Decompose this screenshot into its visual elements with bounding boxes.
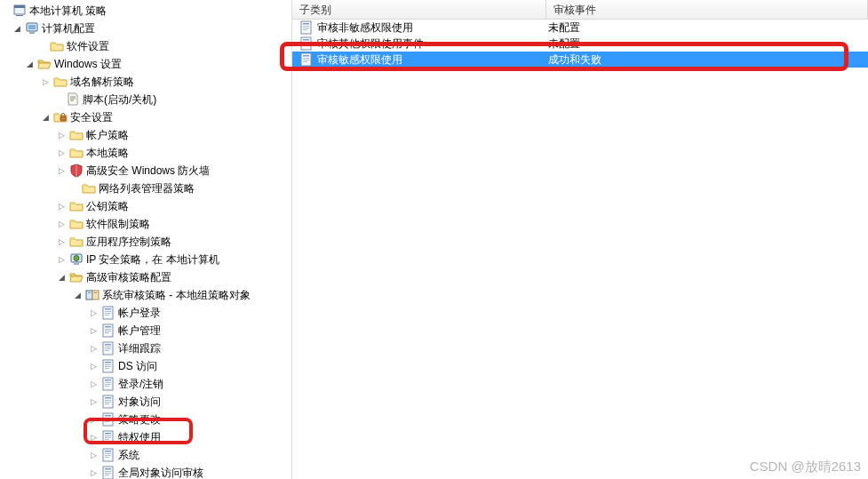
expander-icon[interactable] (89, 397, 99, 407)
expander-icon[interactable] (89, 433, 99, 443)
folder-open-icon (37, 57, 52, 71)
list-cell-event: 成功和失败 (546, 52, 868, 68)
tree-label: DS 访问 (118, 357, 157, 375)
tree-label: 系统审核策略 - 本地组策略对象 (102, 286, 251, 304)
expander-icon[interactable] (89, 415, 99, 425)
expander-icon[interactable] (89, 344, 99, 354)
expander-icon[interactable] (57, 273, 67, 283)
expander-icon[interactable] (73, 291, 83, 300)
expander-icon[interactable] (57, 166, 67, 176)
tree-system[interactable]: 系统 (0, 446, 291, 464)
tree-label: 系统 (118, 446, 139, 464)
tree-label: 网络列表管理器策略 (99, 180, 195, 197)
expander-icon[interactable] (89, 308, 99, 318)
tree-app-control[interactable]: 应用程序控制策略 (0, 233, 291, 251)
tree-local-policy[interactable]: 本地策略 (0, 144, 291, 162)
column-header-subcategory[interactable]: 子类别 (292, 0, 546, 19)
tree-label: 登录/注销 (118, 375, 163, 393)
tree-label: 对象访问 (118, 393, 161, 411)
tree-account-mgmt[interactable]: 帐户管理 (0, 322, 291, 339)
list-cell-name: 审核非敏感权限使用 (317, 20, 413, 36)
tree-label: 帐户管理 (118, 322, 161, 339)
tree-label: 详细跟踪 (118, 339, 161, 357)
tree-label: 特权使用 (118, 428, 161, 446)
expander-icon[interactable] (89, 326, 99, 336)
expander-icon[interactable] (57, 148, 67, 158)
tree-account-logon[interactable]: 帐户登录 (0, 304, 291, 322)
tree-sys-audit[interactable]: 系统审核策略 - 本地组策略对象 (0, 286, 291, 304)
list-cell-name: 审核其他权限使用事件 (317, 36, 424, 52)
tree-label: 高级安全 Windows 防火墙 (86, 162, 210, 180)
policy-item-icon (299, 52, 314, 67)
expander-icon[interactable] (12, 24, 22, 34)
expander-icon[interactable] (89, 362, 99, 371)
tree-logon-logoff[interactable]: 登录/注销 (0, 375, 291, 393)
folder-open-icon (69, 270, 84, 284)
tree-panel[interactable]: 本地计算机 策略 计算机配置 软件设置 Windows 设置 域名解析策略 脚本… (0, 0, 292, 479)
expander-icon[interactable] (57, 220, 67, 229)
list-row[interactable]: 审核其他权限使用事件 未配置 (292, 36, 868, 52)
tree-ip-sec[interactable]: IP 安全策略，在 本地计算机 (0, 251, 291, 268)
tree-domain-resolve[interactable]: 域名解析策略 (0, 73, 291, 91)
tree-firewall[interactable]: 高级安全 Windows 防火墙 (0, 162, 291, 180)
expander-icon[interactable] (57, 131, 67, 140)
tree-detailed[interactable]: 详细跟踪 (0, 339, 291, 357)
expander-icon[interactable] (57, 202, 67, 212)
tree-label: 公钥策略 (86, 197, 129, 215)
list-row-selected[interactable]: 审核敏感权限使用 成功和失败 (292, 52, 868, 68)
expander-icon[interactable] (57, 237, 67, 247)
list-cell-event: 未配置 (546, 36, 868, 52)
expander-icon[interactable] (89, 468, 99, 478)
tree-policy-change[interactable]: 策略更改 (0, 411, 291, 428)
expander-icon[interactable] (41, 77, 51, 87)
security-folder-icon (53, 110, 68, 124)
expander-icon[interactable] (89, 451, 99, 460)
folder-icon (82, 181, 96, 196)
page-icon (101, 466, 115, 479)
tree-privilege-use[interactable]: 特权使用 (0, 428, 291, 446)
list-row[interactable]: 审核非敏感权限使用 未配置 (292, 20, 868, 36)
list-panel: 子类别 审核事件 审核非敏感权限使用 未配置 审核其他权限使用事件 未配置 审核… (292, 0, 868, 479)
tree-global-object[interactable]: 全局对象访问审核 (0, 464, 291, 479)
audit-config-icon (85, 288, 100, 302)
tree-software-restrict[interactable]: 软件限制策略 (0, 215, 291, 233)
tree-label: 策略更改 (118, 411, 161, 428)
tree-ds-access[interactable]: DS 访问 (0, 357, 291, 375)
tree-object-access[interactable]: 对象访问 (0, 393, 291, 411)
list-cell-event: 未配置 (546, 20, 868, 36)
expander-icon[interactable] (41, 113, 51, 123)
tree-advanced-audit[interactable]: 高级审核策略配置 (0, 268, 291, 286)
tree-label: 帐户登录 (118, 304, 161, 322)
tree-windows[interactable]: Windows 设置 (0, 55, 291, 73)
list-cell-name: 审核敏感权限使用 (317, 52, 402, 68)
tree-security[interactable]: 安全设置 (0, 108, 291, 126)
tree-netlist[interactable]: 网络列表管理器策略 (0, 180, 291, 197)
list-header: 子类别 审核事件 (292, 0, 868, 20)
expander-icon[interactable] (89, 379, 99, 389)
expander-icon[interactable] (25, 60, 35, 69)
tree-pubkey[interactable]: 公钥策略 (0, 197, 291, 215)
expander-icon[interactable] (57, 255, 67, 265)
tree-label: 脚本(启动/关机) (83, 91, 156, 108)
column-header-event[interactable]: 审核事件 (546, 0, 868, 19)
tree-label: 全局对象访问审核 (118, 464, 203, 479)
